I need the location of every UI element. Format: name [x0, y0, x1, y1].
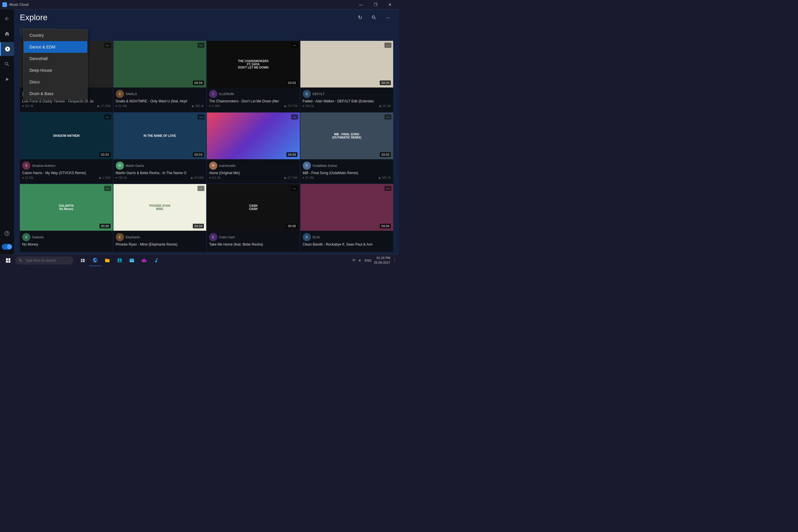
card-menu-button[interactable]: ··· — [197, 186, 205, 191]
card-likes: ♥ 304.9k — [22, 104, 34, 108]
taskbar-search-box[interactable] — [15, 256, 74, 265]
card-plays: ▶ 943.7k — [379, 176, 391, 179]
sidebar-item-search[interactable] — [0, 57, 14, 71]
card-likes: ♥ 758.2k — [116, 176, 127, 179]
taskbar-system-tray: ENG 01:16 PM 25-09-2017 — [352, 256, 397, 265]
artist-name: ILLENIUM — [219, 92, 234, 96]
sidebar-item-home[interactable] — [0, 27, 14, 41]
card-title: The Chainsmokers - Don't Let Me Down (Il… — [209, 99, 298, 103]
sidebar-toggle[interactable] — [2, 244, 12, 250]
card-title: Luis Fonsi & Daddy Yankee - Despacito (f… — [22, 99, 111, 103]
card-plays: ▶ 383.4k — [192, 104, 204, 108]
genre-item-deep-house[interactable]: Deep House — [24, 64, 87, 76]
card-duration: 04:04 — [286, 152, 298, 157]
card-plays: ▶ 20.1M — [379, 104, 391, 108]
taskbar-app-mail[interactable] — [126, 254, 138, 266]
music-card-12[interactable]: 04:04···DDj IslClean Bandit - Rockabye f… — [300, 184, 394, 252]
taskbar-app-vs[interactable] — [138, 254, 150, 266]
sidebar-item-explore[interactable] — [0, 42, 14, 56]
taskbar-search-input[interactable] — [25, 259, 66, 263]
card-menu-button[interactable]: ··· — [291, 43, 298, 48]
content-header: Explore ↻ ··· — [14, 10, 399, 26]
more-button[interactable]: ··· — [383, 12, 393, 23]
taskbar-app-musiccloud[interactable] — [151, 254, 162, 266]
card-likes: ♥ 31.44k — [116, 104, 127, 108]
artist-avatar: M — [116, 162, 124, 170]
card-title: Snails & NGHTMRE - Only Want U (feat. Ak… — [116, 99, 204, 103]
sidebar-item-play[interactable] — [0, 72, 14, 86]
artist-name: SNAILS — [126, 92, 137, 96]
card-menu-button[interactable]: ··· — [104, 114, 111, 119]
taskbar-date-display: 25-09-2017 — [374, 261, 390, 265]
sidebar-item-help[interactable] — [0, 226, 14, 240]
genre-item-drum-&-bass[interactable]: Drum & Bass — [24, 88, 87, 99]
search-button[interactable] — [369, 12, 379, 23]
card-duration: 04:04 — [380, 224, 391, 228]
card-menu-button[interactable]: ··· — [291, 114, 298, 119]
music-card-3[interactable]: THE CHAINSMOKERS FT. DAYA DON'T LET ME D… — [207, 41, 300, 112]
artist-avatar: S — [22, 162, 30, 170]
artist-avatar: O — [303, 162, 311, 170]
card-likes: ♥ 27.48k — [303, 176, 314, 179]
taskbar-app-store[interactable] — [114, 254, 126, 266]
card-duration: 04:04 — [380, 80, 391, 85]
taskbar-app-taskview[interactable] — [77, 254, 89, 266]
card-likes: ♥ 1.28M — [209, 104, 220, 108]
card-menu-button[interactable]: ··· — [291, 186, 298, 191]
maximize-button[interactable]: ❐ — [369, 0, 382, 10]
card-plays: ▶ 79.77M — [284, 104, 297, 108]
card-menu-button[interactable]: ··· — [197, 43, 205, 48]
app-title: Music Cloud — [10, 3, 28, 7]
artist-avatar: D — [303, 233, 311, 241]
card-title: Phoebe Ryan - Mine (Elephante Remix) — [116, 242, 204, 246]
refresh-button[interactable]: ↻ — [355, 12, 365, 23]
card-duration: 04:04 — [193, 80, 204, 85]
artist-avatar: D — [303, 90, 311, 98]
minimize-button[interactable]: — — [354, 0, 367, 10]
taskbar: ENG 01:16 PM 25-09-2017 — [0, 254, 399, 266]
card-menu-button[interactable]: ··· — [384, 43, 392, 48]
sidebar-item-back[interactable] — [0, 12, 14, 26]
music-card-5[interactable]: SHADOW ANTHEM03:03···SShadow AnthemCalvi… — [20, 113, 113, 184]
taskbar-clock: 01:16 PM 25-09-2017 — [374, 256, 390, 265]
close-button[interactable]: ✕ — [383, 0, 397, 10]
card-menu-button[interactable]: ··· — [384, 186, 392, 191]
genre-item-country[interactable]: Country — [24, 30, 87, 41]
card-menu-button[interactable]: ··· — [384, 114, 392, 119]
music-card-2[interactable]: 04:04···SSNAILSSnails & NGHTMRE - Only W… — [113, 41, 207, 112]
music-card-9[interactable]: GALANTIS No Money00:00···GGalantisNo Mon… — [20, 184, 113, 252]
card-title: Faded - Alan Walker - DEFΛLT Edit (Exten… — [303, 99, 391, 103]
artist-name: Elephante — [126, 235, 140, 239]
genre-item-dancehall[interactable]: Dancehall — [24, 53, 87, 64]
header-actions: ↻ ··· — [355, 12, 393, 23]
artist-avatar: I — [209, 90, 217, 98]
artist-avatar: C — [209, 233, 217, 241]
card-title: Clean Bandit - Rockabye ft. Sean Paul & … — [303, 242, 391, 246]
genre-item-disco[interactable]: Disco — [24, 76, 87, 88]
card-title: Calvin Harris - My Way (STVCKS Remix) — [22, 171, 111, 175]
music-card-6[interactable]: IN THE NAME OF LOVE03:03···MMartin Garri… — [113, 113, 207, 184]
music-card-4[interactable]: 04:04···DDEFΛLTFaded - Alan Walker - DEF… — [300, 41, 394, 112]
card-duration: 03:03 — [193, 152, 204, 157]
card-menu-button[interactable]: ··· — [197, 114, 205, 119]
taskbar-app-explorer[interactable] — [101, 254, 113, 266]
artist-avatar: G — [22, 233, 30, 241]
title-bar-controls: — ❐ ✕ — [354, 0, 397, 10]
music-card-7[interactable]: 04:04···MmarshmelloAlone (Original Mix)♥… — [207, 113, 300, 184]
music-card-8[interactable]: MØ - FINAL SONG (OUTAMATIC REMIX)03:03··… — [300, 113, 394, 184]
music-card-10[interactable]: PHOEBE RYAN MINE04:04···EElephantePhoebe… — [113, 184, 207, 252]
card-menu-button[interactable]: ··· — [104, 43, 111, 48]
artist-avatar: S — [116, 90, 124, 98]
card-duration: 03:03 — [380, 152, 391, 157]
artist-name: DEFΛLT — [313, 92, 325, 96]
start-button[interactable] — [2, 254, 14, 266]
genre-item-dance-&-edm[interactable]: Dance & EDM — [24, 41, 87, 53]
app-icon — [2, 2, 7, 7]
artist-avatar: E — [116, 233, 124, 241]
card-title: MØ - Final Song (OutaMatic Remix) — [303, 171, 391, 175]
card-menu-button[interactable]: ··· — [104, 186, 111, 191]
card-duration: 00:00 — [286, 224, 298, 228]
music-card-11[interactable]: CASH CASH00:00···CCash CashTake Me Home … — [207, 184, 300, 252]
taskbar-app-edge[interactable] — [89, 254, 101, 266]
card-likes: ♥ 340.6k — [303, 104, 314, 108]
